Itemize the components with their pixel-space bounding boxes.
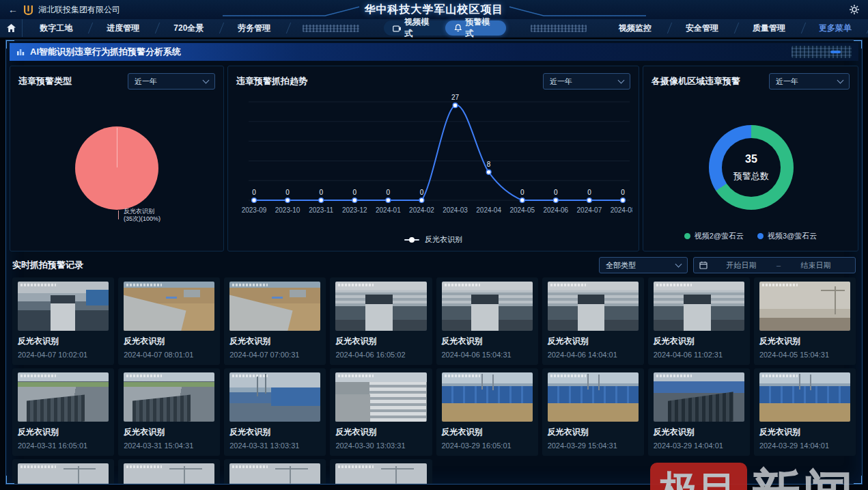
pie-label-connector	[118, 210, 119, 219]
capture-thumbnail	[335, 372, 426, 422]
header-blurred-widget[interactable]	[792, 46, 852, 58]
gear-icon[interactable]	[849, 4, 860, 15]
legend-item[interactable]: 视频3@萤石云	[757, 231, 817, 241]
chevron-down-icon	[675, 260, 682, 267]
svg-text:2024-08: 2024-08	[611, 206, 632, 214]
record-type-label: 反光衣识别	[229, 336, 320, 347]
capture-record-card[interactable]: 反光衣识别2024-03-31 13:03:31	[224, 368, 326, 456]
svg-text:0: 0	[387, 189, 391, 196]
company-name: 湖北联投集团有限公司	[38, 4, 120, 16]
back-icon[interactable]: ←	[8, 4, 18, 15]
capture-record-card[interactable]: 反光衣识别2024-04-07 10:02:01	[12, 277, 114, 365]
capture-record-card[interactable]: 反光衣识别2024-03-29 14:04:01	[754, 368, 856, 456]
record-type-label: 反光衣识别	[548, 426, 639, 438]
nav-item-progress[interactable]: 进度管理	[89, 19, 156, 38]
capture-record-card[interactable]: 反光衣识别2024-03-31 16:05:01	[12, 368, 114, 456]
type-filter-value: 全部类型	[606, 260, 636, 271]
video-mode-label: 视频模式	[404, 16, 436, 40]
capture-record-card[interactable]: 反光衣识别2024-03-29 15:04:31	[542, 368, 644, 456]
mode-switch-group: 视频模式 预警模式	[384, 21, 506, 36]
svg-text:27: 27	[451, 94, 460, 101]
camera-osd-text	[232, 465, 268, 468]
legend-dot-icon	[684, 233, 690, 239]
capture-trend-panel: 违章预警抓拍趋势 近一年 02023-0902023-1002023-11020…	[227, 66, 639, 251]
camera-osd-text	[338, 465, 374, 468]
camera-osd-text	[338, 375, 374, 377]
pie-range-value: 近一年	[135, 77, 157, 87]
nav-item-blurred-2[interactable]	[531, 25, 587, 32]
capture-record-card[interactable]: 反光衣识别2024-03-31 15:04:31	[118, 368, 220, 456]
svg-text:2024-02: 2024-02	[409, 206, 434, 214]
video-mode-button[interactable]: 视频模式	[384, 21, 445, 36]
chevron-down-icon	[837, 77, 844, 83]
camera-osd-text	[550, 375, 586, 377]
camera-area-panel: 各摄像机区域违章预警 近一年 35 预警总数 视频2@萤石云 视频3@萤石云	[643, 66, 858, 251]
capture-record-card[interactable]: 反光衣识别2024-04-06 14:04:01	[542, 277, 644, 365]
nav-item-quality[interactable]: 质量管理	[736, 19, 802, 38]
capture-thumbnail	[124, 282, 214, 331]
camera-range-select[interactable]: 近一年	[769, 73, 850, 90]
svg-text:2023-09: 2023-09	[242, 206, 267, 214]
nav-item-video-monitor[interactable]: 视频监控	[602, 19, 669, 38]
camera-osd-text	[656, 375, 692, 377]
nav-item-safety[interactable]: 安全管理	[669, 19, 736, 38]
svg-text:0: 0	[520, 189, 524, 196]
capture-record-card[interactable]: 反光衣识别2024-04-06 15:04:31	[436, 277, 538, 365]
camera-range-value: 近一年	[776, 77, 798, 87]
record-type-label: 反光衣识别	[654, 426, 744, 438]
chevron-down-icon	[618, 77, 625, 83]
records-section-title: 实时抓拍预警记录	[12, 259, 83, 271]
trend-legend[interactable]: 反光衣识别	[228, 234, 639, 245]
date-range-picker[interactable]: 开始日期 – 结束日期	[693, 257, 856, 273]
camera-osd-text	[762, 375, 798, 377]
nav-item-blurred-1[interactable]	[303, 25, 359, 32]
capture-record-card[interactable]: 反光衣识别2024-04-06 11:02:31	[648, 277, 750, 365]
ai-section-title: AI智能识别违章行为抓拍预警分析系统	[30, 46, 181, 58]
capture-record-card[interactable]: 反光衣识别2024-04-06 16:05:02	[330, 277, 432, 365]
svg-text:0: 0	[621, 189, 625, 196]
legend-marker-icon	[404, 239, 419, 241]
capture-thumbnail	[229, 372, 320, 422]
panel-title: 各摄像机区域违章预警	[652, 75, 740, 87]
capture-record-card[interactable]: 反光衣识别2024-03-29 16:05:01	[436, 368, 538, 456]
pie-range-select[interactable]: 近一年	[128, 73, 215, 90]
capture-record-card[interactable]: 反光衣识别2024-04-05 15:04:31	[754, 277, 856, 365]
svg-text:0: 0	[587, 189, 591, 196]
record-type-label: 反光衣识别	[335, 336, 426, 347]
capture-record-card[interactable]: 反光衣识别	[12, 459, 114, 485]
bell-icon	[454, 24, 462, 32]
capture-record-card[interactable]: 反光衣识别	[330, 459, 432, 485]
trend-range-select[interactable]: 近一年	[543, 73, 630, 90]
nav-item-digital-site[interactable]: 数字工地	[23, 19, 89, 38]
capture-record-card[interactable]: 反光衣识别2024-04-07 08:01:01	[118, 277, 220, 365]
svg-text:2023-12: 2023-12	[342, 206, 367, 214]
legend-label: 视频3@萤石云	[768, 231, 817, 241]
home-icon	[7, 24, 16, 32]
record-timestamp: 2024-04-06 16:05:02	[335, 351, 426, 359]
capture-thumbnail	[654, 372, 744, 422]
record-type-label: 反光衣识别	[335, 426, 426, 438]
capture-record-card[interactable]: 反光衣识别2024-03-30 13:03:31	[330, 368, 432, 456]
home-button[interactable]	[0, 19, 23, 37]
camera-osd-text	[550, 284, 586, 286]
capture-record-card[interactable]: 反光衣识别	[118, 459, 220, 485]
capture-thumbnail	[654, 282, 744, 331]
camera-osd-text	[445, 375, 480, 377]
svg-text:2024-01: 2024-01	[376, 206, 401, 214]
alert-mode-button[interactable]: 预警模式	[445, 21, 506, 36]
trend-range-value: 近一年	[550, 77, 572, 87]
nav-item-labor[interactable]: 劳务管理	[221, 19, 288, 38]
type-filter-select[interactable]: 全部类型	[599, 257, 688, 273]
pie-annotation-name: 反光衣识别	[124, 208, 160, 215]
alert-mode-label: 预警模式	[465, 16, 496, 40]
capture-thumbnail	[548, 372, 639, 422]
nav-item-panorama-720[interactable]: 720全景	[156, 19, 221, 38]
nav-item-more-menu[interactable]: 更多菜单	[802, 19, 868, 38]
legend-item[interactable]: 视频2@萤石云	[684, 231, 744, 241]
trend-legend-label: 反光衣识别	[425, 234, 462, 245]
capture-record-card[interactable]: 反光衣识别2024-03-29 14:04:01	[648, 368, 750, 456]
svg-text:0: 0	[285, 189, 290, 196]
camera-osd-text	[126, 284, 162, 286]
capture-record-card[interactable]: 反光衣识别	[224, 459, 326, 485]
capture-record-card[interactable]: 反光衣识别2024-04-07 07:00:31	[224, 277, 326, 365]
